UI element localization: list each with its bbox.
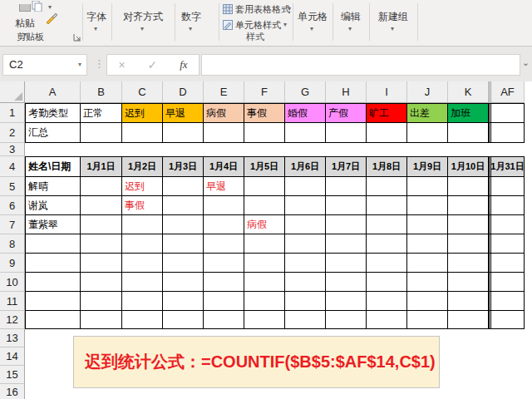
cell-I1[interactable]: 旷工 bbox=[367, 103, 407, 123]
cell-AF10[interactable] bbox=[489, 273, 525, 292]
cell-E2[interactable] bbox=[204, 123, 244, 143]
cell-E5[interactable]: 早退 bbox=[204, 177, 244, 196]
cell-B10[interactable] bbox=[81, 273, 122, 292]
cell-H9[interactable] bbox=[326, 254, 367, 273]
cell-E1[interactable]: 病假 bbox=[204, 103, 244, 123]
row-header-8[interactable]: 8 bbox=[0, 234, 25, 254]
cell-A9[interactable] bbox=[25, 254, 81, 273]
cell-J5[interactable] bbox=[407, 177, 448, 196]
cell-C2[interactable] bbox=[122, 123, 163, 143]
cell-E6[interactable] bbox=[204, 196, 244, 215]
row-header-3[interactable]: 3 bbox=[0, 143, 25, 156]
cell-H6[interactable] bbox=[326, 196, 367, 215]
column-header-AF[interactable]: AF bbox=[489, 81, 525, 103]
cell-D5[interactable] bbox=[163, 177, 204, 196]
cell-I9[interactable] bbox=[367, 254, 407, 273]
cell-B11[interactable] bbox=[81, 292, 122, 311]
cell-K5[interactable] bbox=[448, 177, 489, 196]
row-header-6[interactable]: 6 bbox=[0, 196, 25, 215]
cell-J2[interactable] bbox=[407, 123, 448, 143]
cell-F1[interactable]: 事假 bbox=[244, 103, 285, 123]
column-header-I[interactable]: I bbox=[367, 81, 407, 103]
cell-I11[interactable] bbox=[367, 292, 407, 311]
column-header-H[interactable]: H bbox=[326, 81, 367, 103]
cell-A6[interactable]: 谢岚 bbox=[25, 196, 81, 215]
column-header-K[interactable]: K bbox=[448, 81, 489, 103]
cell-K2[interactable] bbox=[448, 123, 489, 143]
cell-H12[interactable] bbox=[326, 311, 367, 329]
cell-H4[interactable]: 1月7日 bbox=[326, 156, 367, 177]
cell-AF6[interactable] bbox=[489, 196, 525, 215]
editing-group-button[interactable]: 编辑 bbox=[341, 10, 361, 24]
cell-F10[interactable] bbox=[244, 273, 285, 292]
row-header-14[interactable]: 14 bbox=[0, 347, 25, 366]
cell-H8[interactable] bbox=[326, 234, 367, 254]
row-header-1[interactable]: 1 bbox=[0, 103, 25, 123]
cell-F6[interactable] bbox=[244, 196, 285, 215]
copy-icon[interactable] bbox=[32, 1, 42, 12]
cell-J6[interactable] bbox=[407, 196, 448, 215]
cell-I7[interactable] bbox=[367, 215, 407, 234]
cell-B5[interactable] bbox=[81, 177, 122, 196]
row-header-16[interactable]: 16 bbox=[0, 384, 25, 399]
cell-I4[interactable]: 1月8日 bbox=[367, 156, 407, 177]
cell-H10[interactable] bbox=[326, 273, 367, 292]
cell-A1[interactable]: 考勤类型 bbox=[25, 103, 81, 123]
row-header-10[interactable]: 10 bbox=[0, 273, 25, 292]
cell-D9[interactable] bbox=[163, 254, 204, 273]
column-header-G[interactable]: G bbox=[285, 81, 326, 103]
cell-B8[interactable] bbox=[81, 234, 122, 254]
cells-group-button[interactable]: 单元格 bbox=[298, 10, 328, 24]
insert-function-icon[interactable]: fx bbox=[180, 58, 187, 71]
cell-E12[interactable] bbox=[204, 311, 244, 329]
cell-A11[interactable] bbox=[25, 292, 81, 311]
cell-B7[interactable] bbox=[81, 215, 122, 234]
formula-input[interactable] bbox=[201, 54, 520, 76]
cell-G1[interactable]: 婚假 bbox=[285, 103, 326, 123]
chevron-down-icon[interactable]: ▾ bbox=[78, 55, 81, 75]
cell-K10[interactable] bbox=[448, 273, 489, 292]
cell-B1[interactable]: 正常 bbox=[81, 103, 122, 123]
cell-AF8[interactable] bbox=[489, 234, 525, 254]
row-header-13[interactable]: 13 bbox=[0, 329, 25, 347]
cell-A4[interactable]: 姓名\日期 bbox=[25, 156, 81, 177]
cell-D2[interactable] bbox=[163, 123, 204, 143]
cell-A5[interactable]: 解晴 bbox=[25, 177, 81, 196]
cell-B9[interactable] bbox=[81, 254, 122, 273]
cell-K9[interactable] bbox=[448, 254, 489, 273]
cell-F4[interactable]: 1月5日 bbox=[244, 156, 285, 177]
cell-H11[interactable] bbox=[326, 292, 367, 311]
row-header-7[interactable]: 7 bbox=[0, 215, 25, 234]
new-group-button[interactable]: 新建组 bbox=[378, 10, 408, 24]
cell-D10[interactable] bbox=[163, 273, 204, 292]
cell-J8[interactable] bbox=[407, 234, 448, 254]
cell-C6[interactable]: 事假 bbox=[122, 196, 163, 215]
cell-F12[interactable] bbox=[244, 311, 285, 329]
cell-D1[interactable]: 早退 bbox=[163, 103, 204, 123]
row-header-9[interactable]: 9 bbox=[0, 254, 25, 273]
cell-G9[interactable] bbox=[285, 254, 326, 273]
column-header-D[interactable]: D bbox=[163, 81, 204, 103]
cell-H1[interactable]: 产假 bbox=[326, 103, 367, 123]
cell-AF7[interactable] bbox=[489, 215, 525, 234]
row-header-12[interactable]: 12 bbox=[0, 311, 25, 329]
formula-banner[interactable]: 迟到统计公式：=COUNTIF($B$5:$AF$14,C$1) bbox=[73, 336, 440, 388]
cell-C4[interactable]: 1月2日 bbox=[122, 156, 163, 177]
cell-K11[interactable] bbox=[448, 292, 489, 311]
format-as-table-button[interactable]: 套用表格格式 bbox=[235, 3, 290, 16]
cell-I6[interactable] bbox=[367, 196, 407, 215]
cell-I8[interactable] bbox=[367, 234, 407, 254]
cell-C12[interactable] bbox=[122, 311, 163, 329]
cell-D6[interactable] bbox=[163, 196, 204, 215]
cell-C11[interactable] bbox=[122, 292, 163, 311]
cell-A2[interactable]: 汇总 bbox=[25, 123, 81, 143]
format-painter-icon[interactable] bbox=[45, 11, 59, 25]
row-header-11[interactable]: 11 bbox=[0, 292, 25, 311]
row-header-4[interactable]: 4 bbox=[0, 156, 25, 177]
cell-B12[interactable] bbox=[81, 311, 122, 329]
cell-J7[interactable] bbox=[407, 215, 448, 234]
cell-D11[interactable] bbox=[163, 292, 204, 311]
column-header-E[interactable]: E bbox=[204, 81, 244, 103]
select-all-corner[interactable] bbox=[0, 81, 25, 103]
cell-AF9[interactable] bbox=[489, 254, 525, 273]
